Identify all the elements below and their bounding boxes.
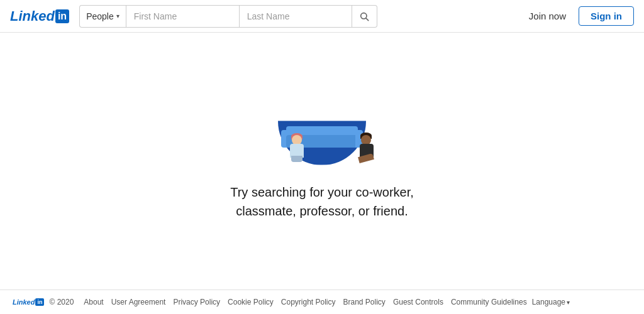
footer-link-user-agreement[interactable]: User Agreement bbox=[111, 298, 166, 306]
footer: Linkedin © 2020 About User Agreement Pri… bbox=[0, 290, 644, 314]
footer-link-copyright-policy[interactable]: Copyright Policy bbox=[281, 298, 336, 306]
footer-copyright: © 2020 bbox=[49, 298, 74, 306]
last-name-input[interactable] bbox=[239, 5, 352, 28]
footer-link-brand-policy[interactable]: Brand Policy bbox=[343, 298, 386, 306]
language-label: Language bbox=[532, 298, 565, 306]
header: Linkedin People ▾ Join now Sign in bbox=[0, 0, 644, 33]
logo-text: Linked bbox=[10, 8, 55, 24]
search-button[interactable] bbox=[352, 5, 377, 28]
footer-link-cookie-policy[interactable]: Cookie Policy bbox=[228, 298, 274, 306]
footer-link-privacy-policy[interactable]: Privacy Policy bbox=[173, 298, 220, 306]
footer-link-guest-controls[interactable]: Guest Controls bbox=[393, 298, 443, 306]
category-label: People bbox=[86, 11, 114, 21]
chevron-down-icon: ▾ bbox=[116, 13, 119, 19]
join-now-button[interactable]: Join now bbox=[521, 7, 574, 25]
logo-in: in bbox=[55, 9, 69, 23]
search-icon bbox=[359, 11, 369, 21]
search-form: People ▾ bbox=[79, 5, 444, 28]
search-prompt: Try searching for your co-worker, classm… bbox=[230, 183, 414, 220]
footer-logo-text: Linked bbox=[13, 298, 35, 306]
prompt-line2: classmate, professor, or friend. bbox=[236, 204, 408, 218]
illustration bbox=[272, 90, 372, 165]
prompt-line1: Try searching for your co-worker, bbox=[230, 185, 414, 199]
svg-line-1 bbox=[366, 18, 369, 21]
sign-in-button[interactable]: Sign in bbox=[579, 6, 634, 26]
footer-logo-in: in bbox=[35, 298, 44, 306]
footer-language[interactable]: Language ▾ bbox=[532, 298, 570, 306]
first-name-input[interactable] bbox=[126, 5, 239, 28]
person1-legs bbox=[291, 156, 303, 162]
language-chevron-icon: ▾ bbox=[567, 299, 570, 306]
search-category-dropdown[interactable]: People ▾ bbox=[79, 5, 126, 28]
main-content: Try searching for your co-worker, classm… bbox=[0, 33, 644, 290]
linkedin-logo[interactable]: Linkedin bbox=[10, 8, 69, 24]
footer-link-community-guidelines[interactable]: Community Guidelines bbox=[451, 298, 527, 306]
footer-logo: Linkedin bbox=[13, 298, 44, 306]
footer-link-about[interactable]: About bbox=[84, 298, 103, 306]
header-right: Join now Sign in bbox=[521, 6, 634, 26]
